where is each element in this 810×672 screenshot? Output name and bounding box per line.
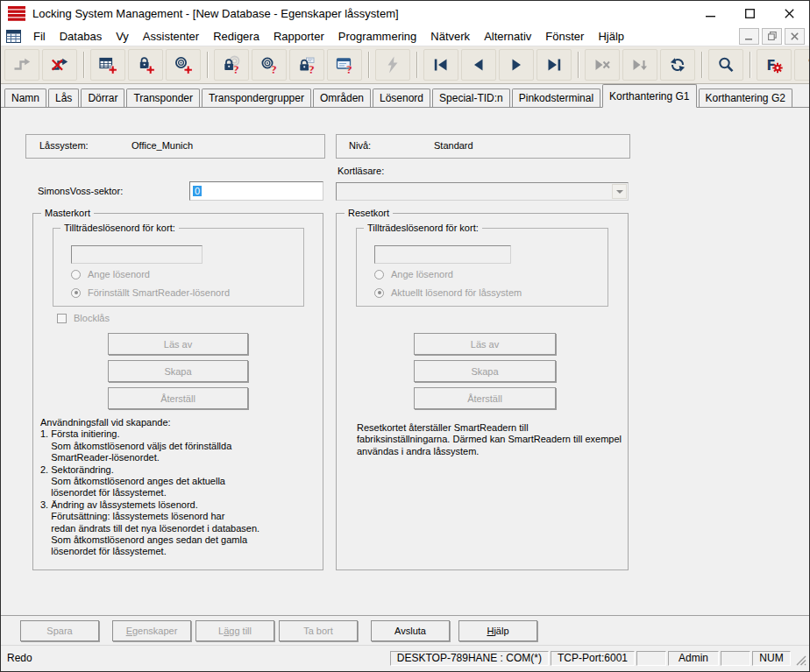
tab-transponder[interactable]: Transponder <box>126 88 200 107</box>
minimize-button[interactable] <box>691 1 730 26</box>
menu-item-redigera[interactable]: Redigera <box>206 28 266 45</box>
menu-item-programmering[interactable]: Programmering <box>331 28 424 45</box>
resetcard-password-group-title: Tillträdeslösenord för kort: <box>364 223 482 233</box>
read-transponder-icon <box>259 55 279 74</box>
menu-item-natverk[interactable]: Nätverk <box>423 28 477 45</box>
menu-item-fil[interactable]: Fil <box>26 28 53 45</box>
card-reader-label: Kortläsare: <box>338 166 384 176</box>
status-connection: DESKTOP-789HANE : COM(*) <box>390 651 549 666</box>
next-record-icon <box>507 55 526 74</box>
menu-item-databas[interactable]: Databas <box>53 28 109 45</box>
previous-record-icon <box>469 55 488 74</box>
filter-icon: F <box>764 55 784 74</box>
mdi-window-controls <box>739 28 809 45</box>
properties-button: Egenskaper <box>112 620 191 641</box>
mastercard-password-groupbox: Tillträdeslösenord för kort: Ange löseno… <box>53 228 304 307</box>
tab-las[interactable]: Lås <box>48 88 79 107</box>
mdi-restore-button[interactable] <box>762 28 782 45</box>
button-label: jälp <box>494 626 508 636</box>
tab-pinkodsterminal[interactable]: Pinkodsterminal <box>512 88 600 107</box>
button-label: gg till <box>229 626 252 636</box>
toolbar-separator <box>701 52 702 78</box>
menu-item-rapporter[interactable]: Rapporter <box>266 28 331 45</box>
read-terminal-button[interactable] <box>327 49 362 81</box>
add-button: Lägg till <box>195 620 274 641</box>
menu-item-hjalp[interactable]: Hjälp <box>591 28 631 45</box>
program-button <box>375 49 410 81</box>
read-transponder-button[interactable] <box>252 49 287 81</box>
exit-button[interactable]: Avsluta <box>371 620 450 641</box>
new-locking-system-button[interactable] <box>90 49 125 81</box>
mastercard-reset-button: Återställ <box>108 387 248 409</box>
mdi-close-button[interactable] <box>785 28 805 45</box>
close-button[interactable] <box>770 1 809 26</box>
tab-special-tid[interactable]: Special-TID:n <box>432 88 510 107</box>
button-label: Spara <box>46 626 72 636</box>
help-button[interactable]: ? <box>794 49 810 81</box>
disconnect-icon <box>50 55 69 74</box>
level-infobox: Nivå: Standard <box>336 134 630 159</box>
tab-omraden[interactable]: Områden <box>313 88 371 107</box>
new-transponder-button[interactable] <box>166 49 201 81</box>
refresh-icon <box>668 55 687 74</box>
tab-losenord[interactable]: Lösenord <box>373 88 430 107</box>
button-label: Ta bort <box>303 626 333 636</box>
checkbox-unchecked-icon <box>57 314 67 323</box>
skip-cancel-icon <box>593 55 612 74</box>
resetcard-reset-button: Återställ <box>414 387 556 409</box>
refresh-button[interactable] <box>660 49 695 81</box>
resize-grip[interactable] <box>792 651 806 666</box>
status-tcp-port: TCP-Port:6001 <box>551 651 635 666</box>
last-record-button[interactable] <box>536 49 572 81</box>
status-empty-panel <box>721 651 750 666</box>
search-button[interactable] <box>708 49 743 81</box>
title-bar: Locking System Management - [New Databas… <box>1 1 809 26</box>
app-logo-icon <box>8 6 25 21</box>
checkbox-label: Blocklås <box>74 313 110 323</box>
help-footer-button[interactable]: Hjälp <box>458 620 537 641</box>
disconnect-button[interactable] <box>42 49 77 81</box>
mdi-minimize-button[interactable] <box>739 28 759 45</box>
tab-namn[interactable]: Namn <box>4 88 46 107</box>
mastercard-enter-password-option: Ange lösenord <box>71 269 150 279</box>
new-lock-icon <box>136 55 155 74</box>
radio-label: Ange lösenord <box>88 269 150 279</box>
radio-label: Ange lösenord <box>391 269 453 279</box>
resetcard-enter-password-option: Ange lösenord <box>374 269 453 279</box>
tab-korthantering-g2[interactable]: Korthantering G2 <box>699 88 792 107</box>
toolbar-separator <box>416 52 417 78</box>
read-lock-button[interactable] <box>214 49 249 81</box>
mastercard-groupbox: Masterkort Tillträdeslösenord för kort: … <box>32 213 323 570</box>
tab-transpondergrupper[interactable]: Transpondergrupper <box>202 88 311 107</box>
first-record-button[interactable] <box>423 49 458 81</box>
remove-button: Ta bort <box>279 620 358 641</box>
maximize-button[interactable] <box>730 1 770 26</box>
menu-item-assistenter[interactable]: Assistenter <box>136 28 206 45</box>
program-icon <box>383 55 402 74</box>
menu-item-vy[interactable]: Vy <box>109 28 136 45</box>
resetcard-read-button: Läs av <box>414 333 556 355</box>
toolbar: F ? <box>1 46 809 84</box>
card-reader-dropdown-button <box>612 184 627 199</box>
tab-korthantering-g1[interactable]: Korthantering G1 <box>602 84 696 108</box>
connect-icon <box>12 55 32 74</box>
locking-system-infobox: Låssystem: Office_Munich <box>25 134 325 159</box>
skip-down-button <box>622 49 657 81</box>
resetcard-password-input <box>374 245 511 264</box>
previous-record-button[interactable] <box>461 49 496 81</box>
locking-system-label: Låssystem: <box>39 140 89 151</box>
menu-item-fonster[interactable]: Fönster <box>538 28 591 45</box>
read-terminal-icon <box>335 55 354 74</box>
window-title: Locking System Management - [New Databas… <box>32 7 691 20</box>
next-record-button[interactable] <box>499 49 534 81</box>
new-locking-system-icon <box>98 55 117 74</box>
filter-button[interactable]: F <box>757 49 792 81</box>
new-lock-button[interactable] <box>128 49 163 81</box>
toolbar-separator <box>578 52 579 78</box>
read-lock-g2-button[interactable] <box>289 49 324 81</box>
menu-item-alternativ[interactable]: Alternativ <box>477 28 538 45</box>
sector-input[interactable]: 0 <box>189 181 323 201</box>
tab-dorrar[interactable]: Dörrar <box>81 88 124 107</box>
resetcard-group-title: Resetkort <box>345 208 393 218</box>
read-lock-g2-icon <box>297 55 316 74</box>
